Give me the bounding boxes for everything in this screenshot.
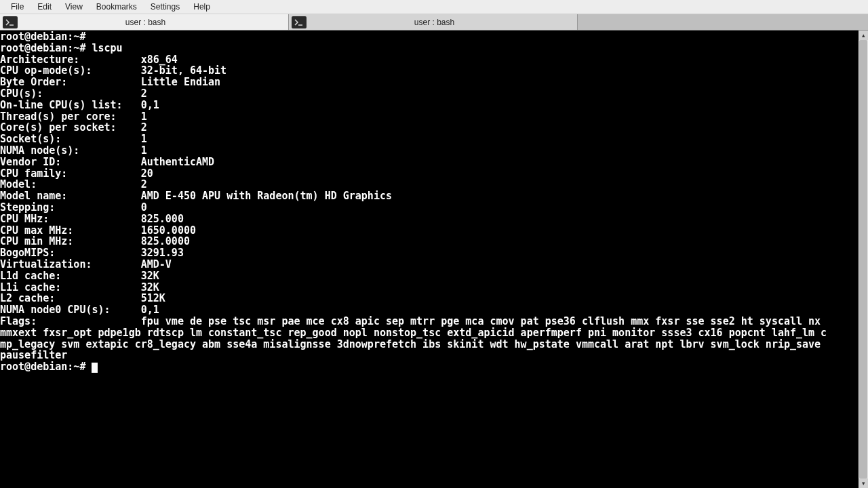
- terminal-container: root@debian:~# root@debian:~# lscpu Arch…: [0, 30, 868, 488]
- terminal-icon: [3, 16, 18, 28]
- tab-terminal-1[interactable]: user : bash: [0, 14, 289, 30]
- tabbar: user : bash user : bash: [0, 14, 868, 30]
- mouse-text-cursor: [827, 470, 827, 481]
- terminal-cursor: [92, 363, 98, 373]
- scroll-up-button[interactable]: ▴: [859, 30, 868, 40]
- scroll-thumb[interactable]: [859, 40, 867, 479]
- tab-label: user : bash: [18, 18, 288, 27]
- menu-help[interactable]: Help: [186, 1, 217, 13]
- menu-settings[interactable]: Settings: [144, 1, 186, 13]
- terminal[interactable]: root@debian:~# root@debian:~# lscpu Arch…: [0, 30, 859, 488]
- menu-edit[interactable]: Edit: [31, 1, 58, 13]
- menu-file[interactable]: File: [4, 1, 31, 13]
- scrollbar[interactable]: ▴ ▾: [859, 30, 868, 488]
- menu-view[interactable]: View: [58, 1, 90, 13]
- menubar: File Edit View Bookmarks Settings Help: [0, 0, 868, 14]
- menu-bookmarks[interactable]: Bookmarks: [90, 1, 144, 13]
- tab-label: user : bash: [307, 18, 577, 27]
- tab-terminal-2[interactable]: user : bash: [289, 14, 578, 30]
- terminal-icon: [292, 16, 307, 28]
- scroll-down-button[interactable]: ▾: [859, 479, 868, 488]
